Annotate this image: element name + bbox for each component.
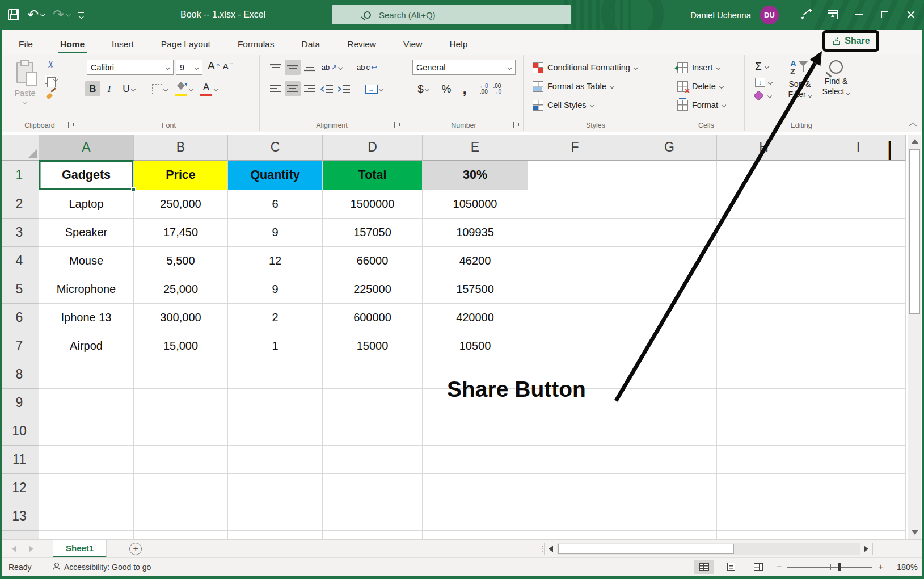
accessibility-status[interactable]: Accessibility: Good to go: [52, 563, 151, 572]
horizontal-scrollbar[interactable]: [544, 543, 873, 555]
cell-F12[interactable]: [528, 474, 622, 502]
cell-C5[interactable]: 9: [228, 275, 323, 304]
clear-button[interactable]: [755, 92, 772, 99]
cell-H5[interactable]: [717, 275, 811, 304]
cell-A14[interactable]: [39, 531, 134, 539]
row-header-6[interactable]: 6: [0, 304, 39, 332]
cell-B14[interactable]: [134, 531, 228, 539]
cell-C10[interactable]: [228, 417, 323, 446]
cell-H3[interactable]: [717, 219, 811, 247]
cell-A4[interactable]: Mouse: [39, 247, 134, 275]
find-select-button[interactable]: Find &Select: [820, 58, 853, 96]
cell-H4[interactable]: [717, 247, 811, 275]
cell-B8[interactable]: [134, 360, 228, 389]
cell-C14[interactable]: [228, 531, 323, 539]
cell-H6[interactable]: [717, 304, 811, 332]
cell-G10[interactable]: [622, 417, 717, 446]
cell-C11[interactable]: [228, 446, 323, 474]
column-header-A[interactable]: A: [39, 135, 134, 161]
next-sheet-button[interactable]: [29, 546, 33, 552]
column-header-C[interactable]: C: [228, 135, 323, 161]
cell-D14[interactable]: [323, 531, 423, 539]
cell-B9[interactable]: [134, 389, 228, 417]
whats-new-button[interactable]: [794, 0, 820, 30]
add-sheet-button[interactable]: +: [129, 543, 142, 555]
cell-I8[interactable]: [811, 360, 906, 389]
cut-button[interactable]: ✂: [45, 58, 57, 70]
cell-D2[interactable]: 1500000: [323, 190, 423, 219]
cell-F1[interactable]: [528, 161, 622, 190]
cell-C3[interactable]: 9: [228, 219, 323, 247]
row-header-11[interactable]: 11: [0, 446, 39, 474]
italic-button[interactable]: I: [102, 81, 117, 96]
increase-indent-button[interactable]: [336, 81, 352, 96]
fill-button[interactable]: ↓: [755, 78, 772, 87]
cell-I13[interactable]: [811, 502, 906, 531]
cell-A7[interactable]: Airpod: [39, 332, 134, 360]
align-left-button[interactable]: [268, 81, 284, 96]
cell-F14[interactable]: [528, 531, 622, 539]
tab-page-layout[interactable]: Page Layout: [159, 39, 213, 55]
align-top-button[interactable]: [268, 60, 284, 75]
cell-H14[interactable]: [717, 531, 811, 539]
row-header-2[interactable]: 2: [0, 190, 39, 219]
cell-G7[interactable]: [622, 332, 717, 360]
cell-A12[interactable]: [39, 474, 134, 502]
previous-sheet-button[interactable]: [12, 546, 16, 552]
cell-F7[interactable]: [528, 332, 622, 360]
select-all-corner[interactable]: [0, 135, 39, 161]
increase-decimal-button[interactable]: ←0.00: [479, 83, 488, 95]
zoom-out-button[interactable]: −: [776, 561, 782, 573]
cell-D13[interactable]: [323, 502, 423, 531]
cell-H8[interactable]: [717, 360, 811, 389]
currency-button[interactable]: $: [412, 81, 434, 96]
save-button[interactable]: [8, 9, 19, 20]
cell-G14[interactable]: [622, 531, 717, 539]
column-header-E[interactable]: E: [423, 135, 528, 161]
page-break-view-button[interactable]: [749, 560, 768, 574]
align-center-button[interactable]: [285, 81, 301, 96]
zoom-in-button[interactable]: +: [878, 561, 884, 573]
vertical-scroll-thumb[interactable]: [909, 149, 920, 314]
cell-B5[interactable]: 25,000: [134, 275, 228, 304]
merge-center-button[interactable]: ↔: [360, 81, 387, 96]
cell-C7[interactable]: 1: [228, 332, 323, 360]
column-header-I[interactable]: I: [811, 135, 906, 161]
cell-F11[interactable]: [528, 446, 622, 474]
cell-H1[interactable]: [717, 161, 811, 190]
cell-E14[interactable]: [423, 531, 528, 539]
cell-F13[interactable]: [528, 502, 622, 531]
cell-E5[interactable]: 157500: [423, 275, 528, 304]
row-header-4[interactable]: 4: [0, 247, 39, 275]
clipboard-dialog-launcher[interactable]: [68, 122, 74, 128]
minimize-button[interactable]: [846, 0, 872, 30]
borders-button[interactable]: [148, 81, 171, 96]
scroll-down-button[interactable]: [908, 526, 922, 539]
tab-file[interactable]: File: [16, 39, 35, 55]
row-header-13[interactable]: 13: [0, 502, 39, 531]
cell-B2[interactable]: 250,000: [134, 190, 228, 219]
cell-G2[interactable]: [622, 190, 717, 219]
cell-H7[interactable]: [717, 332, 811, 360]
cell-G4[interactable]: [622, 247, 717, 275]
cell-C9[interactable]: [228, 389, 323, 417]
cell-G6[interactable]: [622, 304, 717, 332]
tab-data[interactable]: Data: [299, 39, 322, 55]
cell-G12[interactable]: [622, 474, 717, 502]
cell-D10[interactable]: [323, 417, 423, 446]
cell-H2[interactable]: [717, 190, 811, 219]
column-header-F[interactable]: F: [528, 135, 622, 161]
copy-button[interactable]: [45, 75, 57, 84]
cell-I1[interactable]: [811, 161, 906, 190]
cell-I4[interactable]: [811, 247, 906, 275]
maximize-button[interactable]: [872, 0, 898, 30]
decrease-indent-button[interactable]: [319, 81, 335, 96]
cell-B11[interactable]: [134, 446, 228, 474]
cell-G9[interactable]: [622, 389, 717, 417]
cell-styles-button[interactable]: Cell Styles: [533, 98, 594, 112]
cell-E10[interactable]: [423, 417, 528, 446]
cell-F2[interactable]: [528, 190, 622, 219]
scroll-right-button[interactable]: [860, 543, 872, 555]
cell-E6[interactable]: 420000: [423, 304, 528, 332]
font-size-select[interactable]: 9: [176, 60, 202, 75]
